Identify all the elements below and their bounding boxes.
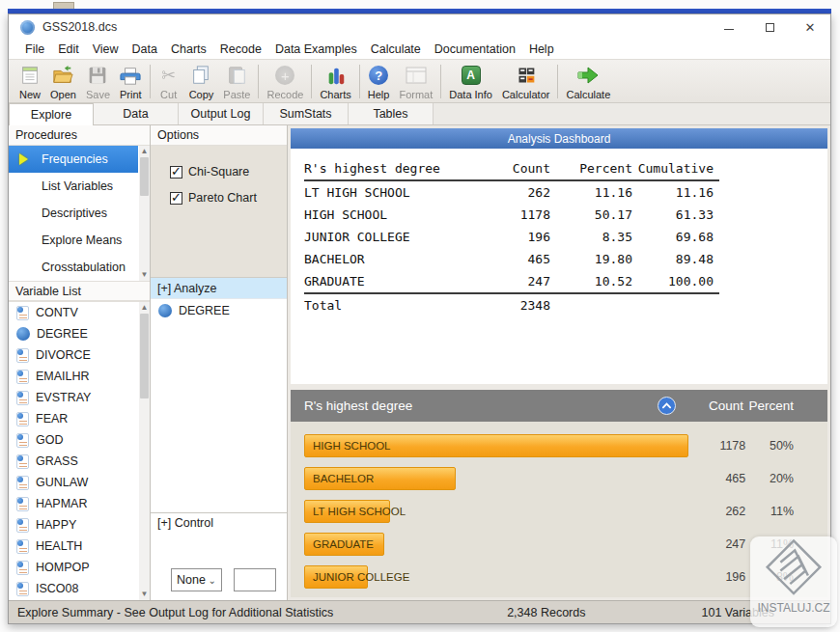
main-area: Procedures Frequencies List Vari (9, 125, 830, 600)
procedure-item[interactable]: Crosstabulation (9, 254, 138, 281)
pareto-bar[interactable]: HIGH SCHOOL (304, 434, 688, 457)
control-dropdown[interactable]: None ⌄ (171, 568, 222, 591)
variable-item[interactable]: HAPPY (9, 514, 138, 536)
pareto-bar[interactable]: BACHELOR (304, 467, 456, 490)
scroll-up-icon[interactable]: ▲ (141, 146, 149, 157)
green-arrow-icon (575, 64, 601, 87)
variable-item[interactable]: DIVORCE (9, 344, 138, 366)
options-header: Options (151, 125, 287, 146)
variable-item[interactable]: EMAILHR (9, 366, 138, 387)
printer-icon (120, 64, 141, 87)
menu-item[interactable]: Help (522, 42, 561, 56)
variable-list: CONTV DEGREE DIVORCE (9, 301, 150, 600)
calculator-button[interactable]: Calculator (497, 62, 555, 101)
variables-scrollbar[interactable]: ▲ ▼ (139, 302, 150, 600)
plus-circle-icon: + (275, 66, 294, 85)
print-button[interactable]: Print (115, 62, 147, 101)
menu-item[interactable]: Recode (213, 42, 268, 56)
tab[interactable]: Output Log (179, 103, 264, 124)
variable-item[interactable]: CONTV (9, 302, 138, 323)
tab[interactable]: Tables (349, 103, 434, 124)
variable-item[interactable]: HOMPOP (9, 557, 138, 578)
sort-ascending-icon[interactable] (658, 397, 676, 415)
menu-item[interactable]: View (86, 42, 126, 56)
variable-item[interactable]: HEALTH (9, 536, 138, 557)
selected-arrow-icon (19, 153, 28, 165)
procedure-item[interactable]: Explore Means (9, 227, 138, 254)
new-button[interactable]: New (14, 62, 45, 101)
menu-item[interactable]: Edit (51, 42, 86, 56)
menu-item[interactable]: Charts (164, 42, 213, 56)
close-button[interactable]: ✕ (790, 14, 830, 40)
procedure-item[interactable]: Frequencies (9, 146, 138, 173)
bar-percent-value: 11% (745, 505, 794, 518)
help-button[interactable]: ? Help (363, 62, 395, 101)
chart-percent-header[interactable]: Percent (743, 398, 794, 413)
copy-button[interactable]: Copy (184, 62, 219, 101)
variable-item[interactable]: HAPMAR (9, 493, 138, 514)
table-row: GRADUATE 247 10.52 100.00 (291, 270, 827, 292)
variable-item[interactable]: GRASS (9, 451, 138, 472)
toolbar-separator (557, 65, 558, 98)
bar-count-value: 1178 (688, 439, 745, 453)
menu-item[interactable]: Data Examples (268, 42, 364, 56)
app-window: GSS2018.dcs ✕ FileEditViewDataChartsReco… (8, 14, 831, 624)
analyze-section-header[interactable]: [+] Analyze (151, 278, 287, 299)
toolbar-separator (311, 65, 312, 98)
tab[interactable]: Explore (9, 103, 94, 125)
scissors-icon: ✂ (161, 64, 176, 87)
scrollbar-thumb[interactable] (140, 314, 149, 398)
bar-chart-icon (325, 64, 347, 87)
pareto-bar[interactable]: LT HIGH SCHOOL (304, 500, 390, 523)
scroll-up-icon[interactable]: ▲ (141, 302, 149, 314)
menu-item[interactable]: Documentation (428, 42, 522, 56)
menu-item[interactable]: File (18, 42, 51, 56)
status-message: Explore Summary - See Output Log for Add… (17, 606, 507, 619)
scrollbar-thumb[interactable] (140, 157, 149, 196)
save-floppy-icon (88, 64, 107, 87)
pareto-bar[interactable]: JUNIOR COLLEGE (304, 565, 368, 589)
toolbar-separator (440, 65, 441, 98)
control-section-header[interactable]: [+] Control (151, 512, 287, 533)
checkbox-icon[interactable] (170, 192, 182, 205)
bar-count-value: 465 (688, 472, 745, 485)
variable-item[interactable]: GUNLAW (9, 472, 138, 493)
tab[interactable]: Data (94, 103, 179, 124)
watermark-text: INSTALUJ.CZ (757, 601, 829, 615)
pareto-row: HIGH SCHOOL 1178 50% (304, 429, 794, 462)
variable-item[interactable]: FEAR (9, 408, 138, 429)
charts-button[interactable]: Charts (315, 62, 355, 101)
minimize-button[interactable] (709, 14, 749, 40)
scroll-down-icon[interactable]: ▼ (141, 589, 149, 600)
calculate-button[interactable]: Calculate (561, 62, 615, 101)
title-bar[interactable]: GSS2018.dcs ✕ (9, 14, 830, 40)
format-window-icon (405, 64, 428, 87)
option-checkbox-row[interactable]: Pareto Chart (170, 191, 287, 205)
checkbox-icon[interactable] (170, 166, 182, 179)
control-input[interactable] (234, 568, 276, 591)
data-info-button[interactable]: A Data Info (444, 62, 497, 101)
variable-item[interactable]: ISCO08 (9, 578, 138, 599)
variable-item[interactable]: EVSTRAY (9, 387, 138, 408)
chevron-down-icon: ⌄ (209, 575, 216, 586)
menu-item[interactable]: Calculate (364, 42, 428, 56)
variable-item[interactable]: DEGREE (9, 323, 138, 344)
table-row: JUNIOR COLLEGE 196 8.35 69.68 (291, 226, 827, 248)
procedure-item[interactable]: Descriptives (9, 200, 138, 227)
scroll-down-icon[interactable]: ▼ (141, 269, 149, 281)
procedure-item[interactable]: List Variables (9, 173, 138, 200)
variable-item[interactable]: GOD (9, 429, 138, 451)
maximize-button[interactable] (749, 14, 790, 40)
pareto-bar[interactable]: GRADUATE (304, 533, 384, 556)
chart-count-header[interactable]: Count (684, 398, 743, 413)
procedures-scrollbar[interactable]: ▲ ▼ (139, 146, 150, 281)
option-checkbox-row[interactable]: Chi-Square (170, 165, 287, 179)
variable-icon (16, 561, 29, 575)
toolbar-separator (150, 65, 151, 98)
analyze-variable[interactable]: DEGREE (151, 299, 287, 321)
pareto-row: GRADUATE 247 11% (304, 528, 794, 561)
open-button[interactable]: Open (45, 62, 81, 101)
tab[interactable]: SumStats (264, 103, 349, 124)
menu-item[interactable]: Data (126, 42, 164, 56)
bar-count-value: 247 (688, 537, 745, 551)
